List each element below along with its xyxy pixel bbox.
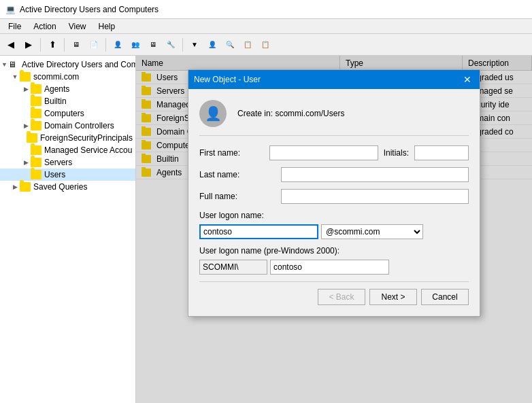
- toolbar-up[interactable]: ⬆: [44, 37, 61, 53]
- user-logon-label: User logon name:: [199, 211, 264, 220]
- tree-root: ▼ 🖥 Active Directory Users and Com ▼ sco…: [0, 56, 135, 196]
- full-name-label: Full name:: [199, 192, 281, 201]
- tree-item-root[interactable]: ▼ 🖥 Active Directory Users and Com: [0, 58, 135, 71]
- toolbar-btn-7[interactable]: 🖥: [145, 37, 161, 53]
- main-layout: ▼ 🖥 Active Directory Users and Com ▼ sco…: [0, 56, 532, 403]
- toolbar-btn-13[interactable]: 📋: [257, 37, 273, 53]
- user-avatar: 👤: [199, 100, 227, 127]
- menu-action[interactable]: Action: [28, 20, 61, 33]
- toolbar-btn-5[interactable]: 👤: [110, 37, 126, 53]
- toolbar-sep-4: [182, 38, 183, 52]
- computer-icon: 🖥: [8, 60, 19, 69]
- tree-toggle-msa[interactable]: [22, 146, 30, 154]
- initials-input[interactable]: [414, 145, 469, 160]
- menu-view[interactable]: View: [63, 20, 92, 33]
- user-logon-input[interactable]: [199, 224, 318, 239]
- toolbar-sep-2: [64, 38, 65, 52]
- last-name-row: Last name:: [199, 167, 469, 182]
- cancel-button[interactable]: Cancel: [421, 289, 469, 305]
- modal-title: New Object - User: [194, 75, 261, 84]
- create-in-label: Create in:: [237, 109, 273, 118]
- menu-bar: File Action View Help: [0, 19, 532, 34]
- tree-toggle-agents[interactable]: ▶: [22, 85, 30, 93]
- tree-item-servers[interactable]: ▶ Servers: [0, 156, 135, 169]
- toolbar-sep-3: [105, 38, 106, 52]
- folder-icon-saved-queries: [20, 182, 31, 192]
- toolbar: ◀ ▶ ⬆ 🖥 📄 👤 👥 🖥 🔧 ▼ 👤 🔍 📋 📋: [0, 34, 532, 56]
- folder-icon-agents: [31, 84, 41, 94]
- initials-section: Initials:: [384, 145, 469, 160]
- tree-item-fsp[interactable]: ForeignSecurityPrincipals: [0, 132, 135, 144]
- logon-domain-select[interactable]: @scommi.com: [321, 224, 423, 239]
- tree-label-builtin: Builtin: [44, 97, 67, 106]
- toolbar-btn-3[interactable]: 🖥: [68, 37, 84, 53]
- right-panel: Name Type Description Users upgraded us …: [136, 56, 532, 403]
- folder-icon-dc: [31, 121, 41, 130]
- modal-titlebar: New Object - User ✕: [188, 70, 480, 89]
- first-name-row: First name: Initials:: [199, 145, 469, 160]
- tree-item-dc[interactable]: ▶ Domain Controllers: [0, 120, 135, 132]
- tree-toggle-computers[interactable]: [22, 109, 30, 118]
- tree-toggle-scommi[interactable]: ▼: [11, 73, 19, 81]
- logon-row: @scommi.com: [199, 224, 469, 239]
- folder-icon-computers: [31, 109, 41, 118]
- menu-help[interactable]: Help: [93, 20, 121, 33]
- tree-label-scommi: scommi.com: [33, 72, 79, 82]
- modal-overlay: New Object - User ✕ 👤 Create in: scommi.…: [136, 56, 532, 403]
- modal-footer: < Back Next > Cancel: [199, 281, 469, 305]
- tree-item-agents[interactable]: ▶ Agents: [0, 83, 135, 95]
- tree-toggle-builtin[interactable]: [22, 97, 30, 105]
- toolbar-btn-8[interactable]: 🔧: [163, 37, 179, 53]
- last-name-input[interactable]: [281, 167, 469, 182]
- toolbar-btn-10[interactable]: 👤: [204, 37, 220, 53]
- folder-icon-scommi: [20, 72, 31, 82]
- back-button[interactable]: < Back: [318, 289, 365, 305]
- tree-item-computers[interactable]: Computers: [0, 107, 135, 120]
- toolbar-forward[interactable]: ▶: [20, 37, 37, 53]
- full-name-input[interactable]: [281, 189, 469, 204]
- prewin-domain-input: [199, 260, 267, 275]
- tree-toggle-root[interactable]: ▼: [1, 60, 7, 69]
- initials-label: Initials:: [384, 148, 409, 158]
- title-bar-icon: 💻: [5, 5, 16, 14]
- tree-label-servers: Servers: [44, 158, 72, 167]
- tree-label-agents: Agents: [44, 84, 69, 94]
- prewin-row: [199, 260, 469, 275]
- tree-item-scommi[interactable]: ▼ scommi.com: [0, 71, 135, 83]
- create-in-path: scommi.com/Users: [275, 109, 344, 118]
- toolbar-btn-12[interactable]: 📋: [239, 37, 256, 53]
- tree-toggle-users[interactable]: [22, 171, 30, 179]
- title-bar: 💻 Active Directory Users and Computers: [0, 0, 532, 19]
- tree-label-fsp: ForeignSecurityPrincipals: [40, 133, 133, 143]
- first-name-input[interactable]: [269, 145, 378, 160]
- modal-close-button[interactable]: ✕: [461, 73, 474, 86]
- tree-label-users: Users: [44, 170, 65, 179]
- toolbar-btn-4[interactable]: 📄: [86, 37, 102, 53]
- tree-toggle-fsp[interactable]: [22, 134, 26, 142]
- folder-icon-users: [31, 170, 41, 179]
- next-button[interactable]: Next >: [369, 289, 417, 305]
- last-name-label: Last name:: [199, 170, 281, 179]
- tree-label-dc: Domain Controllers: [44, 121, 114, 130]
- folder-icon-msa: [31, 145, 41, 155]
- tree-item-msa[interactable]: Managed Service Accou: [0, 144, 135, 156]
- tree-label-msa: Managed Service Accou: [44, 145, 132, 155]
- folder-icon-servers: [31, 158, 41, 167]
- toolbar-back[interactable]: ◀: [3, 37, 19, 53]
- prewin-label-section: User logon name (pre-Windows 2000):: [199, 246, 469, 256]
- toolbar-btn-11[interactable]: 🔍: [222, 37, 238, 53]
- toolbar-sep-1: [40, 38, 41, 52]
- tree-toggle-saved-queries[interactable]: ▶: [11, 183, 19, 191]
- menu-file[interactable]: File: [3, 20, 27, 33]
- tree-toggle-servers[interactable]: ▶: [22, 158, 30, 167]
- tree-item-users[interactable]: Users: [0, 169, 135, 181]
- toolbar-btn-9[interactable]: ▼: [186, 37, 203, 53]
- tree-item-saved-queries[interactable]: ▶ Saved Queries: [0, 181, 135, 193]
- folder-icon-fsp: [27, 133, 37, 143]
- toolbar-btn-6[interactable]: 👥: [127, 37, 144, 53]
- tree-toggle-dc[interactable]: ▶: [22, 122, 30, 130]
- tree-item-builtin[interactable]: Builtin: [0, 95, 135, 107]
- prewin-logon-input[interactable]: [270, 260, 389, 275]
- modal-body: 👤 Create in: scommi.com/Users First name…: [188, 89, 480, 316]
- tree-label-computers: Computers: [44, 109, 84, 118]
